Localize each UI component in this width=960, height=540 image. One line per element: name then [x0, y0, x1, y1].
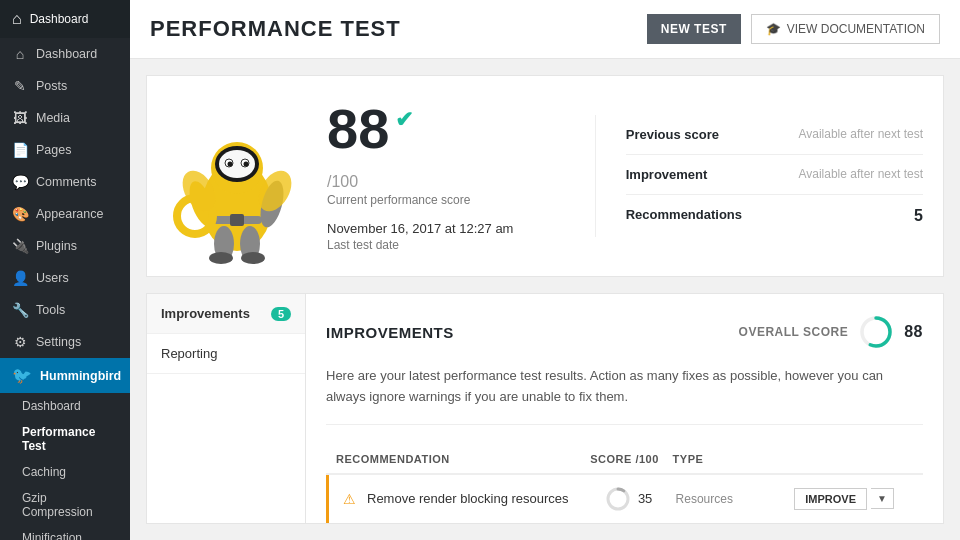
- content-area: Improvements 5 Reporting IMPROVEMENTS OV…: [146, 293, 944, 524]
- view-documentation-button[interactable]: 🎓 VIEW DOCUMENTATION: [751, 14, 940, 44]
- score-total: /100: [327, 173, 575, 191]
- sidebar-item-label: Posts: [36, 79, 67, 93]
- panel-description: Here are your latest performance test re…: [326, 366, 923, 425]
- right-panel: IMPROVEMENTS OVERALL SCORE 88 Here are y…: [306, 293, 944, 524]
- overall-score-donut: [858, 314, 894, 350]
- sidebar-logo-label: Dashboard: [30, 12, 89, 26]
- row-score-0: 35: [581, 485, 676, 513]
- view-docs-label: VIEW DOCUMENTATION: [787, 22, 925, 36]
- sidebar: ⌂ Dashboard ⌂ Dashboard ✎ Posts 🖼 Media …: [0, 0, 130, 540]
- tab-improvements-badge: 5: [271, 307, 291, 321]
- appearance-icon: 🎨: [12, 206, 28, 222]
- score-value: 88: [327, 101, 389, 157]
- wordpress-icon: ⌂: [12, 10, 22, 28]
- sidebar-item-label: Settings: [36, 335, 81, 349]
- hummingbird-icon: 🐦: [12, 366, 32, 385]
- comments-icon: 💬: [12, 174, 28, 190]
- svg-point-3: [219, 150, 255, 178]
- hb-minification-label: Minification: [22, 531, 82, 540]
- panel-title: IMPROVEMENTS: [326, 324, 454, 341]
- stat-label-improvement: Improvement: [626, 167, 708, 182]
- sidebar-item-dashboard[interactable]: ⌂ Dashboard: [0, 38, 130, 70]
- svg-point-7: [244, 162, 249, 167]
- sidebar-item-hb-performance[interactable]: Performance Test: [0, 419, 130, 459]
- left-tabs: Improvements 5 Reporting: [146, 293, 306, 524]
- stat-value-recommendations: 5: [914, 207, 923, 225]
- sidebar-item-label: Pages: [36, 143, 71, 157]
- tab-reporting-label: Reporting: [161, 346, 217, 361]
- new-test-button[interactable]: NEW TEST: [647, 14, 741, 44]
- sidebar-item-label: Tools: [36, 303, 65, 317]
- tab-reporting[interactable]: Reporting: [147, 334, 305, 374]
- improve-button-0[interactable]: IMPROVE: [794, 488, 867, 510]
- settings-icon: ⚙: [12, 334, 28, 350]
- topbar-buttons: NEW TEST 🎓 VIEW DOCUMENTATION: [647, 14, 940, 44]
- col-header-action: [793, 453, 913, 465]
- score-circle-0: [604, 485, 632, 513]
- hb-caching-label: Caching: [22, 465, 66, 479]
- tab-improvements[interactable]: Improvements 5: [147, 294, 305, 334]
- main-content: PERFORMANCE TEST NEW TEST 🎓 VIEW DOCUMEN…: [130, 0, 960, 540]
- sidebar-item-tools[interactable]: 🔧 Tools: [0, 294, 130, 326]
- sidebar-item-posts[interactable]: ✎ Posts: [0, 70, 130, 102]
- sidebar-item-label: Users: [36, 271, 69, 285]
- tab-improvements-label: Improvements: [161, 306, 250, 321]
- sidebar-item-hb-caching[interactable]: Caching: [0, 459, 130, 485]
- users-icon: 👤: [12, 270, 28, 286]
- warning-icon: ⚠: [339, 491, 359, 507]
- stat-row-recommendations: Recommendations 5: [626, 195, 923, 237]
- sidebar-item-hb-gzip[interactable]: Gzip Compression: [0, 485, 130, 525]
- mascot-illustration: [167, 96, 307, 256]
- hummingbird-header[interactable]: 🐦 Hummingbird: [0, 358, 130, 393]
- hb-gzip-label: Gzip Compression: [22, 491, 118, 519]
- col-header-type: Type: [673, 453, 793, 465]
- panel-header: IMPROVEMENTS OVERALL SCORE 88: [326, 314, 923, 350]
- overall-score-value: 88: [904, 323, 923, 341]
- sidebar-item-pages[interactable]: 📄 Pages: [0, 134, 130, 166]
- table-header: Recommendation Score /100 Type: [326, 445, 923, 475]
- svg-point-6: [228, 162, 233, 167]
- plugins-icon: 🔌: [12, 238, 28, 254]
- row-type-0: Resources: [676, 492, 795, 506]
- stat-value-previous: Available after next test: [798, 127, 923, 142]
- sidebar-item-label: Appearance: [36, 207, 103, 221]
- svg-point-16: [241, 252, 265, 264]
- score-display: 88 ✔: [327, 101, 575, 157]
- score-section: 88 ✔ /100 Current performance score Nove…: [327, 101, 575, 252]
- sidebar-item-appearance[interactable]: 🎨 Appearance: [0, 198, 130, 230]
- stat-label-previous: Previous score: [626, 127, 719, 142]
- sidebar-item-settings[interactable]: ⚙ Settings: [0, 326, 130, 358]
- svg-point-15: [209, 252, 233, 264]
- pages-icon: 📄: [12, 142, 28, 158]
- sidebar-item-comments[interactable]: 💬 Comments: [0, 166, 130, 198]
- score-stats: Previous score Available after next test…: [595, 115, 923, 237]
- sidebar-item-users[interactable]: 👤 Users: [0, 262, 130, 294]
- stat-value-improvement: Available after next test: [798, 167, 923, 182]
- media-icon: 🖼: [12, 110, 28, 126]
- tools-icon: 🔧: [12, 302, 28, 318]
- sidebar-item-plugins[interactable]: 🔌 Plugins: [0, 230, 130, 262]
- sidebar-logo[interactable]: ⌂ Dashboard: [0, 0, 130, 38]
- page-title: PERFORMANCE TEST: [150, 16, 401, 42]
- overall-score-section: OVERALL SCORE 88: [739, 314, 923, 350]
- row-label-0: Remove render blocking resources: [367, 491, 581, 506]
- svg-point-21: [608, 489, 628, 509]
- sidebar-item-label: Comments: [36, 175, 96, 189]
- improve-dropdown-0[interactable]: ▼: [871, 488, 894, 509]
- stat-label-recommendations: Recommendations: [626, 207, 742, 225]
- score-date: November 16, 2017 at 12:27 am: [327, 221, 575, 236]
- score-label: Current performance score: [327, 193, 575, 207]
- sidebar-item-label: Plugins: [36, 239, 77, 253]
- svg-rect-9: [230, 214, 244, 226]
- hummingbird-label: Hummingbird: [40, 369, 121, 383]
- sidebar-item-media[interactable]: 🖼 Media: [0, 102, 130, 134]
- sidebar-item-hb-dashboard[interactable]: Dashboard: [0, 393, 130, 419]
- col-header-recommendation: Recommendation: [336, 453, 576, 465]
- topbar: PERFORMANCE TEST NEW TEST 🎓 VIEW DOCUMEN…: [130, 0, 960, 59]
- hb-dashboard-label: Dashboard: [22, 399, 81, 413]
- table-row: ⚠ Remove render blocking resources 35 Re…: [326, 475, 923, 524]
- hb-performance-label: Performance Test: [22, 425, 118, 453]
- stat-row-previous: Previous score Available after next test: [626, 115, 923, 155]
- row-action-0: IMPROVE ▼: [794, 488, 913, 510]
- sidebar-item-hb-minification[interactable]: Minification: [0, 525, 130, 540]
